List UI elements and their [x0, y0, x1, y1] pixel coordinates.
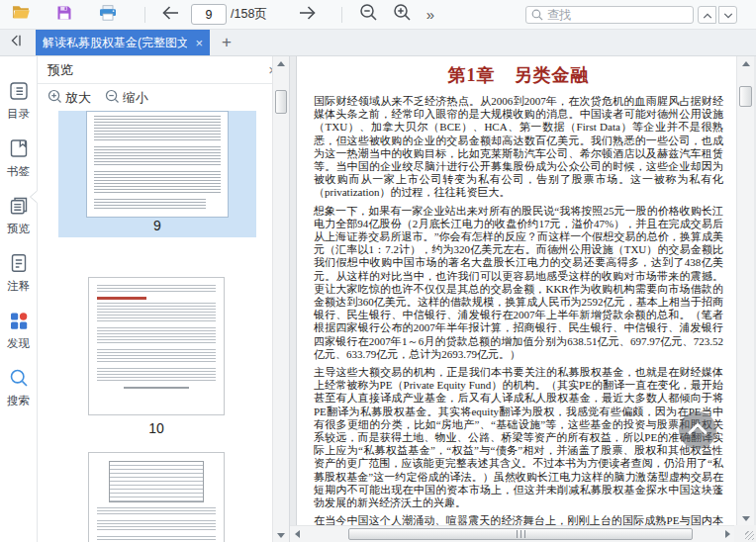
scroll-left-button[interactable]	[290, 526, 304, 542]
scroll-down-button[interactable]	[737, 511, 754, 525]
scrollbar-thumb[interactable]	[348, 528, 693, 540]
body-row: 目录 书签 预览	[0, 56, 756, 542]
prev-page-button[interactable]	[160, 5, 180, 25]
thumbnail-list: 9 10	[38, 111, 289, 542]
paragraph: 想象一下，如果有一家企业站出来对所有的股民说“我将按照25元一股的价格收购长江电…	[314, 205, 723, 361]
open-file-button[interactable]	[12, 4, 31, 25]
more-tools-button[interactable]: »	[426, 6, 434, 23]
search-input[interactable]	[547, 8, 688, 22]
zoom-out-label: 缩小	[123, 89, 148, 107]
resize-grip-icon	[745, 531, 754, 540]
sidebar-item-annotations[interactable]: 注释	[7, 252, 30, 294]
horizontal-scrollbar[interactable]	[290, 525, 734, 542]
sidebar-item-label: 书签	[7, 164, 30, 179]
collapse-sidebar-button[interactable]	[0, 30, 32, 55]
discover-icon	[8, 310, 30, 335]
zoom-in-label: 放大	[65, 89, 91, 107]
sidebar-item-preview[interactable]: 预览	[7, 195, 30, 236]
scroll-up-button[interactable]	[737, 56, 754, 70]
document-page: 第1章 另类金融 国际财经领域从来不乏经济热点。从2006到2007年，在次贷危…	[296, 56, 737, 525]
find-next-button[interactable]	[718, 6, 737, 24]
page-total-label: /158页	[231, 6, 267, 23]
thumbnail-scrollbar[interactable]	[272, 56, 289, 542]
thumbnail-zoom-in-button[interactable]: 放大	[47, 89, 91, 107]
sidebar-item-search[interactable]: 搜索	[7, 367, 30, 408]
main-toolbar: /158页 »	[0, 0, 756, 30]
save-button[interactable]	[56, 5, 72, 25]
back-to-top-button[interactable]	[679, 411, 716, 449]
page-thumbnail[interactable]	[86, 111, 229, 218]
arrow-right-icon	[298, 5, 318, 25]
page-number-input[interactable]	[191, 4, 227, 25]
new-tab-button[interactable]: +	[210, 30, 243, 55]
sidebar-item-label: 注释	[7, 279, 30, 294]
chapter-title: 第1章 另类金融	[314, 63, 723, 87]
document-tab[interactable]: 解读私募股权基金(完整图文版)[ ×	[36, 30, 210, 55]
resize-corner	[734, 525, 756, 542]
page-thumbnail[interactable]	[88, 452, 225, 542]
thumbnail-page-number: 9	[58, 216, 256, 235]
scroll-down-button[interactable]	[273, 528, 289, 542]
active-panel-notch	[31, 191, 38, 203]
scroll-up-button[interactable]	[273, 56, 289, 70]
print-button[interactable]	[99, 5, 117, 25]
search-magnifier-icon	[8, 367, 30, 393]
chevron-down-icon	[723, 6, 733, 24]
triangle-right-icon	[725, 530, 730, 538]
document-tab-title: 解读私募股权基金(完整图文版)[	[43, 35, 187, 51]
sidebar-tabs: 目录 书签 预览	[0, 56, 38, 542]
triangle-left-icon	[295, 530, 300, 538]
find-previous-button[interactable]	[698, 6, 716, 24]
thumbnail-page-number: 10	[88, 420, 225, 436]
zoom-out-icon	[359, 3, 378, 26]
sidebar-item-discover[interactable]: 发现	[7, 310, 30, 351]
scrollbar-thumb[interactable]	[275, 90, 287, 114]
preview-panel: 预览 × 放大 缩小	[38, 56, 290, 542]
sidebar-item-label: 目录	[7, 107, 30, 122]
triangle-up-icon	[742, 61, 750, 66]
selected-thumbnail-highlight: 9	[58, 111, 256, 237]
toc-icon	[8, 80, 30, 106]
preview-zoom-controls: 放大 缩小	[38, 84, 289, 111]
printer-icon	[99, 5, 117, 25]
triangle-down-icon	[742, 516, 750, 521]
document-area: 第1章 另类金融 国际财经领域从来不乏经济热点。从2006到2007年，在次贷危…	[290, 56, 756, 542]
scroll-right-button[interactable]	[720, 526, 734, 542]
tab-close-icon[interactable]: ×	[195, 37, 203, 49]
zoom-in-button[interactable]	[393, 3, 412, 26]
collapse-left-icon	[8, 33, 24, 52]
page-thumbnail[interactable]	[88, 277, 225, 415]
pdf-reader-window: /158页 »	[0, 0, 756, 542]
search-box	[525, 6, 694, 24]
thumbnail-zoom-out-button[interactable]: 缩小	[105, 89, 148, 107]
folder-open-icon	[12, 4, 31, 25]
zoom-in-circle-icon	[47, 89, 62, 107]
scrollbar-thumb[interactable]	[739, 86, 752, 107]
preview-panel-header: 预览 ×	[38, 56, 289, 84]
annotation-icon	[8, 252, 30, 278]
scrollbar-grip	[517, 530, 525, 538]
zoom-in-icon	[393, 3, 412, 26]
triangle-down-icon	[277, 533, 285, 538]
paragraph: 在当今中国这个人潮涌动、喧嚣震天的经济舞台上，刚刚上台的国际成熟PE与国内本土P…	[314, 514, 723, 525]
toolbar-separator	[341, 7, 342, 23]
zoom-out-circle-icon	[105, 89, 120, 107]
zoom-out-button[interactable]	[359, 3, 378, 26]
arrow-left-icon	[160, 5, 180, 25]
search-icon	[531, 9, 543, 21]
preview-pages-icon	[8, 195, 30, 221]
chevron-up-icon	[703, 6, 712, 24]
bookmark-icon	[8, 137, 30, 163]
tab-bar: 解读私募股权基金(完整图文版)[ × +	[0, 30, 756, 56]
sidebar-item-toc[interactable]: 目录	[7, 80, 30, 122]
vertical-scrollbar[interactable]	[736, 56, 754, 525]
triangle-up-icon	[277, 61, 285, 66]
next-page-button[interactable]	[298, 5, 318, 25]
sidebar-item-label: 发现	[7, 336, 30, 351]
paragraph: 国际财经领域从来不乏经济热点。从2006到2007年，在次贷危机的血雨腥风占据财…	[314, 95, 723, 200]
toolbar-separator	[144, 7, 145, 23]
sidebar-item-bookmarks[interactable]: 书签	[7, 137, 30, 179]
preview-panel-title: 预览	[47, 61, 73, 79]
chevron-up-icon	[687, 421, 709, 439]
paragraph: 主导这些大额交易的机构，正是我们本书要关注的私募股权基金，也就是在财经媒体上经常…	[314, 366, 723, 509]
